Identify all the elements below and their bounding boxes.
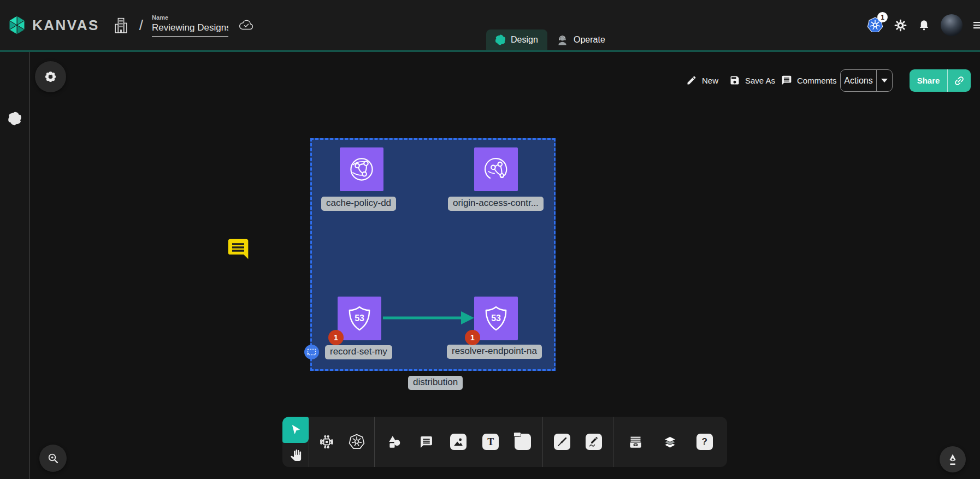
operator-icon: [556, 34, 569, 46]
save-as-button[interactable]: Save As: [729, 75, 775, 86]
shapes-dock-button[interactable]: [35, 61, 66, 92]
design-spiral-icon: [495, 34, 506, 45]
link-icon: [951, 72, 967, 89]
notifications-bell-icon[interactable]: [918, 19, 930, 32]
canvas-comment-pin[interactable]: [226, 236, 250, 262]
comments-button[interactable]: Comments: [781, 75, 837, 86]
notification-badge[interactable]: 1: [465, 330, 480, 345]
note-tool-button[interactable]: [510, 429, 535, 454]
kubernetes-context-button[interactable]: 1: [867, 17, 883, 33]
comments-icon: [781, 75, 792, 86]
help-tool-button[interactable]: ?: [692, 429, 717, 454]
kubernetes-context-count: 1: [877, 12, 888, 22]
design-name-field: Name: [152, 14, 228, 37]
mode-tabs: Design Operate: [486, 28, 614, 50]
comment-tool-button[interactable]: [414, 429, 439, 454]
kanvas-app: { "header": { "logo_text": "KANVAS", "br…: [0, 0, 980, 479]
header-right: 1: [867, 0, 980, 50]
image-tool-button[interactable]: [446, 429, 471, 454]
cloudfront-globe-open-icon: [480, 153, 512, 185]
edge-record-set-to-resolver[interactable]: [381, 306, 477, 330]
kubernetes-tool-button[interactable]: [344, 429, 369, 454]
flower-gear-icon: [44, 70, 57, 84]
node-cache-policy[interactable]: [340, 147, 383, 191]
node-label-record-set[interactable]: record-set-my: [325, 345, 392, 359]
group-label-distribution[interactable]: distribution: [408, 376, 463, 390]
cursor-arrow-icon: [290, 424, 302, 436]
cloudfront-globe-icon: [346, 153, 377, 185]
pencil-scribble-icon: [586, 434, 602, 450]
app-header: KANVAS / Name Design: [0, 0, 980, 52]
tab-operate-label: Operate: [574, 35, 605, 45]
helm-wheel-icon: [349, 434, 365, 450]
save-icon: [729, 75, 740, 86]
pen-nib-icon: [946, 453, 959, 466]
dock-section-annotate: T: [375, 417, 542, 467]
text-icon: T: [482, 434, 499, 450]
settings-gear-icon[interactable]: [894, 19, 907, 32]
design-canvas[interactable]: New Save As Comments Actions Share: [0, 0, 980, 479]
dock-section-draw: [543, 417, 613, 467]
dock-section-manage: ?: [613, 417, 727, 467]
new-design-button[interactable]: New: [686, 75, 718, 86]
text-tool-button[interactable]: T: [478, 429, 503, 454]
svg-text:53: 53: [355, 314, 364, 323]
zoom-in-icon: [46, 452, 60, 465]
meshery-spiral-icon[interactable]: [8, 111, 22, 126]
notification-badge[interactable]: 1: [328, 330, 344, 345]
group-select-handle[interactable]: [304, 345, 319, 359]
copy-link-button[interactable]: [948, 69, 971, 92]
svg-text:53: 53: [491, 314, 501, 323]
name-field-label: Name: [152, 14, 228, 21]
chevron-down-icon: [881, 79, 888, 82]
node-record-set[interactable]: 53: [338, 297, 381, 340]
header-left: KANVAS / Name: [7, 0, 255, 50]
dashed-rect-icon: [307, 348, 316, 356]
save-as-label: Save As: [745, 76, 775, 85]
zoom-button[interactable]: [39, 445, 67, 472]
breadcrumb-separator: /: [139, 17, 143, 34]
actions-split-button[interactable]: Actions: [840, 69, 893, 92]
shapes-tool-button[interactable]: [382, 429, 407, 454]
overflow-menu-icon[interactable]: [973, 21, 980, 29]
left-sidebar: [0, 52, 29, 479]
tab-design-label: Design: [511, 35, 538, 45]
share-label: Share: [910, 69, 947, 92]
route53-shield-icon: 53: [480, 303, 512, 334]
comments-label: Comments: [797, 76, 837, 85]
comment-icon: [420, 435, 433, 449]
kanvas-logo-icon[interactable]: [7, 14, 27, 36]
pen-mode-button[interactable]: [940, 446, 966, 472]
chip-icon: [319, 434, 334, 450]
select-tool-button[interactable]: [282, 417, 309, 443]
freehand-draw-tool-button[interactable]: [581, 429, 606, 454]
edge-pen-tool-button[interactable]: [550, 429, 575, 454]
user-avatar[interactable]: [941, 14, 963, 36]
pen-arrow-icon: [554, 434, 570, 450]
kanvas-wordmark: KANVAS: [32, 17, 99, 34]
node-resolver-endpoint[interactable]: 53: [474, 297, 518, 340]
actions-dropdown-toggle[interactable]: [877, 70, 892, 91]
node-label-resolver-endpoint[interactable]: resolver-endpoint-na: [447, 345, 542, 359]
node-label-origin-access[interactable]: origin-access-contr...: [448, 197, 544, 211]
organization-icon[interactable]: [114, 17, 128, 34]
node-label-cache-policy[interactable]: cache-policy-dd: [321, 197, 396, 211]
tab-design[interactable]: Design: [486, 29, 547, 50]
drawer-archive-icon: [628, 435, 643, 450]
pan-tool-button[interactable]: [282, 443, 309, 467]
share-split-button[interactable]: Share: [910, 69, 971, 92]
design-name-input[interactable]: [152, 22, 228, 37]
drawer-tool-button[interactable]: [623, 429, 648, 454]
node-origin-access-control[interactable]: [474, 147, 518, 191]
dock-select-column: [282, 417, 309, 467]
shapes-icon: [387, 435, 402, 449]
cloud-sync-icon[interactable]: [238, 19, 255, 32]
route53-shield-icon: 53: [344, 303, 375, 334]
tab-operate[interactable]: Operate: [547, 29, 614, 50]
dock-section-platform: [309, 417, 374, 467]
actions-label: Actions: [841, 70, 876, 91]
new-design-label: New: [702, 76, 718, 85]
components-tool-button[interactable]: [314, 429, 339, 454]
layers-tool-button[interactable]: [658, 429, 683, 454]
help-icon: ?: [696, 434, 713, 450]
